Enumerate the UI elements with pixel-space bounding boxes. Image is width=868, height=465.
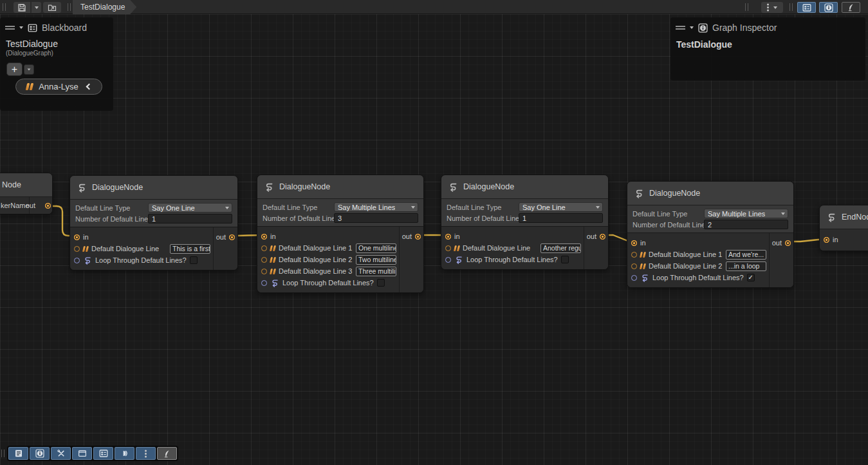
dialogue-graph-editor: TestDialogue Node <box>0 0 868 465</box>
add-property-button[interactable]: + <box>6 62 23 76</box>
line-value-field[interactable]: Another regu <box>540 243 581 253</box>
line-port[interactable] <box>74 246 80 252</box>
chevron-down-icon <box>35 6 39 9</box>
loop-port[interactable] <box>74 258 80 263</box>
line-value-field[interactable]: One multiline <box>356 243 396 253</box>
in-port-label: in <box>270 232 276 240</box>
out-port[interactable] <box>785 240 791 246</box>
dialogue-node-2[interactable]: DialogueNode Default Line Type Say Multi… <box>257 175 424 293</box>
num-lines-field[interactable]: 2 <box>704 220 788 229</box>
loop-port[interactable] <box>261 280 267 286</box>
node-title-bar[interactable]: DialogueNode <box>257 175 423 199</box>
loop-checkbox[interactable] <box>377 279 385 287</box>
num-lines-label: Number of Default Lines <box>75 215 148 223</box>
save-dropdown-button[interactable] <box>31 2 41 13</box>
loop-checkbox[interactable] <box>190 256 198 264</box>
speaker-node[interactable]: Node kerName out <box>0 173 53 214</box>
blackboard-header[interactable]: Blackboard <box>0 17 113 35</box>
line-value-field[interactable]: This is a first <box>170 244 210 254</box>
in-port[interactable] <box>261 234 267 240</box>
loop-checkbox[interactable] <box>561 256 569 263</box>
dialogue-node-1[interactable]: DialogueNode Default Line Type Say One L… <box>69 175 238 270</box>
num-lines-field[interactable]: 3 <box>334 213 418 223</box>
open-asset-button[interactable] <box>43 2 61 13</box>
line-value: Three multilin <box>358 267 396 275</box>
spark-toggle-button[interactable] <box>842 2 860 13</box>
num-lines-label: Number of Default Lines <box>633 221 704 229</box>
loop-label: Loop Through Default Lines? <box>282 279 374 287</box>
line-port[interactable] <box>631 252 637 258</box>
line-value: This is a first <box>172 245 210 252</box>
in-port[interactable] <box>631 240 637 246</box>
line-value-field[interactable]: Two multiline <box>356 255 396 265</box>
line-type-dropdown[interactable]: Say One Line <box>148 203 232 213</box>
console-toggle-button[interactable] <box>8 447 28 460</box>
out-port-label: out <box>402 232 412 240</box>
info-icon <box>824 3 833 12</box>
out-port[interactable] <box>229 234 235 240</box>
num-lines-value: 2 <box>708 221 712 229</box>
num-lines-field[interactable]: 1 <box>148 214 232 223</box>
loop-label: Loop Through Default Lines? <box>95 256 187 264</box>
line-value-field[interactable]: Three multilin <box>356 267 396 276</box>
collapse-chevron-icon[interactable] <box>690 26 694 29</box>
blackboard-toggle-button[interactable] <box>93 447 113 460</box>
node-title-bar[interactable]: DialogueNode <box>441 175 608 199</box>
toolbar-grip <box>745 3 746 11</box>
line-label: Default Dialogue Line 1 <box>649 251 722 258</box>
tools-toggle-button[interactable] <box>51 447 71 460</box>
kebab-menu-icon <box>145 453 147 455</box>
inspector-header[interactable]: Graph Inspector <box>670 17 865 35</box>
loop-checkbox[interactable]: ✓ <box>747 274 755 281</box>
line-type-dropdown[interactable]: Say Multiple Lines <box>704 209 788 218</box>
in-port[interactable] <box>445 234 451 240</box>
blackboard-icon <box>802 3 811 12</box>
blackboard-toggle-button[interactable] <box>797 2 816 13</box>
in-port[interactable] <box>74 234 80 240</box>
line-port[interactable] <box>261 257 267 263</box>
loop-port[interactable] <box>445 257 451 263</box>
node-title-bar[interactable]: Node <box>0 173 52 197</box>
window-toggle-button[interactable] <box>72 447 92 460</box>
graph-inspector-panel[interactable]: Graph Inspector TestDialogue <box>670 17 865 81</box>
in-port[interactable] <box>824 237 829 243</box>
more-options-button[interactable] <box>136 447 156 460</box>
inspector-toggle-button[interactable] <box>30 447 50 460</box>
blackboard-property-anna-lyse[interactable]: Anna-Lyse <box>15 79 102 95</box>
drag-handle-icon[interactable] <box>676 26 685 27</box>
add-property-dropdown-button[interactable] <box>24 64 34 75</box>
loop-port[interactable] <box>631 275 637 281</box>
collapse-chevron-icon[interactable] <box>19 26 23 29</box>
node-title-bar[interactable]: DialogueNode <box>70 176 237 200</box>
graph-tab[interactable]: TestDialogue <box>73 0 136 14</box>
inspector-toggle-button[interactable] <box>819 2 838 13</box>
dialogue-playback-toggle-button[interactable] <box>115 447 134 460</box>
line-value-field[interactable]: ...in a loop <box>726 261 766 271</box>
spark-toggle-button[interactable] <box>157 447 177 460</box>
node-title-bar[interactable]: DialogueNode <box>627 182 793 205</box>
line-port[interactable] <box>261 245 267 251</box>
line-port[interactable] <box>261 269 267 274</box>
out-port[interactable] <box>415 234 421 240</box>
out-port[interactable] <box>45 203 51 209</box>
line-type-dropdown[interactable]: Say One Line <box>519 202 603 212</box>
toolbar-grip[interactable] <box>1 450 2 457</box>
end-node[interactable]: EndNode in <box>819 205 868 251</box>
blackboard-icon <box>99 449 108 458</box>
line-value-field[interactable]: And we're... <box>726 250 766 260</box>
save-button[interactable] <box>14 2 30 13</box>
line-port[interactable] <box>445 245 451 251</box>
chevron-left-icon[interactable] <box>86 84 92 90</box>
line-port[interactable] <box>631 263 637 269</box>
line-type-dropdown[interactable]: Say Multiple Lines <box>334 202 418 212</box>
out-port[interactable] <box>600 234 605 240</box>
dialogue-node-3[interactable]: DialogueNode Default Line Type Say One L… <box>441 175 609 270</box>
node-title: DialogueNode <box>279 182 330 191</box>
more-options-button[interactable] <box>761 2 783 13</box>
num-lines-field[interactable]: 1 <box>519 213 603 223</box>
drag-handle-icon[interactable] <box>5 26 15 27</box>
dialogue-node-4[interactable]: DialogueNode Default Line Type Say Multi… <box>627 181 794 288</box>
line-type-label: Default Line Type <box>447 204 519 211</box>
blackboard-panel[interactable]: Blackboard TestDialogue (DialogueGraph) … <box>0 17 113 111</box>
node-title-bar[interactable]: EndNode <box>820 205 868 229</box>
